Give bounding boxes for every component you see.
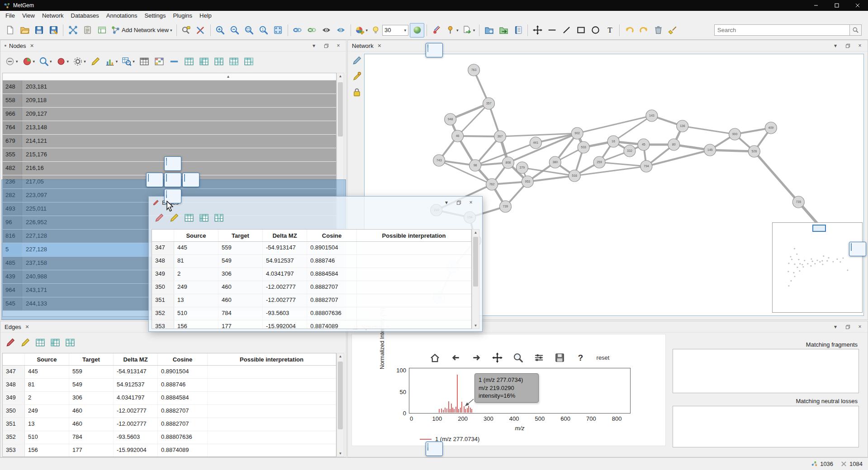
floating-edges-table-row[interactable]: 353156177-15.9920040.8874089	[152, 320, 471, 329]
floating-edges-table-row[interactable]: 3488154954.9125370.888746	[152, 255, 471, 268]
minimize-button[interactable]	[806, 0, 826, 11]
graph-node[interactable]: 739	[499, 201, 511, 212]
graph-node[interactable]: 332	[624, 145, 636, 157]
set-color-menu[interactable]: ▾	[55, 54, 71, 69]
nodes-table-row[interactable]: 764213,148	[3, 121, 336, 135]
delete-annotation-button[interactable]	[651, 23, 665, 38]
highlight-button[interactable]	[89, 54, 102, 69]
maximize-button[interactable]	[826, 0, 847, 11]
graph-node[interactable]: 259	[593, 156, 605, 168]
graph-node[interactable]: 902	[571, 127, 583, 139]
graph-node[interactable]: 948	[445, 113, 456, 125]
menu-file[interactable]: File	[2, 11, 19, 21]
network-edit-button[interactable]	[351, 55, 363, 66]
view-databases-button[interactable]	[511, 23, 525, 38]
edges-table-row[interactable]: 350249460-12.0027770.8882707	[3, 405, 336, 418]
graph-node[interactable]: 136	[677, 120, 688, 132]
edges-table-scrollbar[interactable]: ▲▼	[337, 353, 344, 457]
table-view-1-button[interactable]	[182, 210, 196, 226]
spectrum-configure-button[interactable]	[532, 350, 546, 365]
pin-nodes-button[interactable]: ▾	[444, 23, 460, 38]
graph-node[interactable]: 143	[646, 110, 658, 122]
table-view-3-button[interactable]	[212, 54, 226, 69]
annotation-line-tool[interactable]	[545, 23, 559, 38]
menu-databases[interactable]: Databases	[67, 11, 103, 21]
dock-float-button[interactable]	[844, 324, 851, 330]
minimap-viewport[interactable]	[812, 225, 826, 232]
graph-node[interactable]: 516	[569, 170, 580, 182]
floating-edges-panel[interactable]: Edges ▾ × SourceTargetDelta MZCosinePoss…	[148, 196, 483, 332]
table-view-2-button[interactable]	[48, 335, 62, 350]
dock-guide-top[interactable]	[164, 156, 181, 171]
import-group-mapping-button[interactable]	[95, 23, 109, 38]
graph-node[interactable]: 409	[765, 122, 777, 134]
graph-node[interactable]: 762	[486, 179, 498, 190]
floating-edges-scrollbar[interactable]: ▲▼	[472, 229, 479, 329]
floating-edges-table-row[interactable]: 347445559-54.9131470.8901504	[152, 242, 471, 255]
dock-guide-left[interactable]	[146, 173, 163, 187]
spectrum-back-button[interactable]	[449, 350, 463, 365]
row-height-button[interactable]	[167, 54, 181, 69]
graph-node[interactable]: 763	[468, 64, 480, 76]
set-size-menu[interactable]: ▾	[71, 54, 87, 69]
graph-node[interactable]: 16	[607, 136, 619, 147]
graph-node[interactable]: 145	[704, 144, 716, 156]
annotation-move-tool[interactable]	[530, 23, 545, 38]
spectrum-home-button[interactable]	[428, 350, 442, 365]
edges-table-header-source[interactable]: Source	[25, 353, 69, 365]
floating-edges-table-header-target[interactable]: Target	[218, 230, 263, 241]
dock-guide-area-right[interactable]	[849, 242, 866, 256]
find-button[interactable]	[179, 23, 194, 38]
plot-column-menu[interactable]: ▾	[104, 54, 119, 69]
zoom-to-fit-button[interactable]	[242, 23, 256, 38]
import-metadata-button[interactable]	[80, 23, 95, 38]
close-button[interactable]	[847, 0, 868, 11]
dock-menu-button[interactable]: ▾	[443, 199, 450, 206]
nodes-table-row[interactable]: 558209,118	[3, 94, 336, 108]
annotation-text-tool[interactable]: T	[602, 23, 617, 38]
hide-isolated-nodes-button[interactable]	[319, 23, 334, 38]
search-go-button[interactable]	[850, 24, 862, 36]
titlebar[interactable]: MetGem	[0, 0, 868, 11]
floating-edges-table-header-source[interactable]: Source	[174, 230, 218, 241]
floating-edges-table-header-possible-interpretation[interactable]: Possible interpretation	[357, 230, 471, 241]
spectrum-zoom-button[interactable]	[512, 350, 525, 365]
export-image-button[interactable]: ▾	[460, 23, 477, 38]
graph-node[interactable]: 45	[638, 139, 650, 150]
zoom-in-button[interactable]	[213, 23, 228, 38]
floating-edges-table-header-delta-mz[interactable]: Delta MZ	[263, 230, 307, 241]
dock-guide-right[interactable]	[182, 173, 199, 187]
graph-node[interactable]: 80	[668, 139, 680, 150]
dock-close-button[interactable]: ×	[857, 324, 863, 330]
network-lock-button[interactable]	[351, 86, 363, 98]
graph-node[interactable]: 379	[516, 162, 528, 174]
dock-guide-area-top[interactable]	[426, 43, 443, 57]
dock-menu-button[interactable]: ▾	[832, 42, 839, 49]
dock-float-button[interactable]	[844, 42, 851, 49]
link-views-button[interactable]	[305, 23, 319, 38]
render-style-button[interactable]	[410, 23, 424, 38]
table-view-2-button[interactable]	[197, 210, 211, 226]
graph-node[interactable]: 953	[522, 176, 533, 188]
floating-edges-table-row[interactable]: 350249460-12.0027770.8882707	[152, 281, 471, 294]
graph-node[interactable]: 357	[483, 98, 495, 109]
edges-table-row[interactable]: 35113460-12.0027770.8882707	[3, 418, 336, 431]
table-view-3-button[interactable]	[212, 210, 226, 226]
search-input[interactable]	[714, 24, 850, 36]
floating-edges-table-row[interactable]: 34923064.03417970.8884584	[152, 268, 471, 281]
table-view-1-button[interactable]	[33, 335, 47, 350]
save-project-as-button[interactable]	[46, 23, 61, 38]
menu-annotations[interactable]: Annotations	[103, 11, 141, 21]
graph-node[interactable]: 735	[792, 196, 804, 208]
node-size-spinbox[interactable]: 30▾	[382, 25, 408, 36]
tab-network[interactable]: Network ×	[348, 40, 385, 51]
menu-network[interactable]: Network	[38, 11, 67, 21]
table-view-3-button[interactable]	[63, 335, 77, 350]
dock-close-button[interactable]: ×	[335, 42, 342, 49]
dock-guide-center[interactable]	[164, 173, 181, 187]
tools-button[interactable]	[194, 23, 208, 38]
highlight-yellow-button[interactable]	[19, 335, 32, 350]
highlight-red-button[interactable]	[4, 335, 17, 350]
tab-close-icon[interactable]: ×	[30, 42, 34, 49]
nodes-table-row[interactable]: 966209,127	[3, 108, 336, 121]
